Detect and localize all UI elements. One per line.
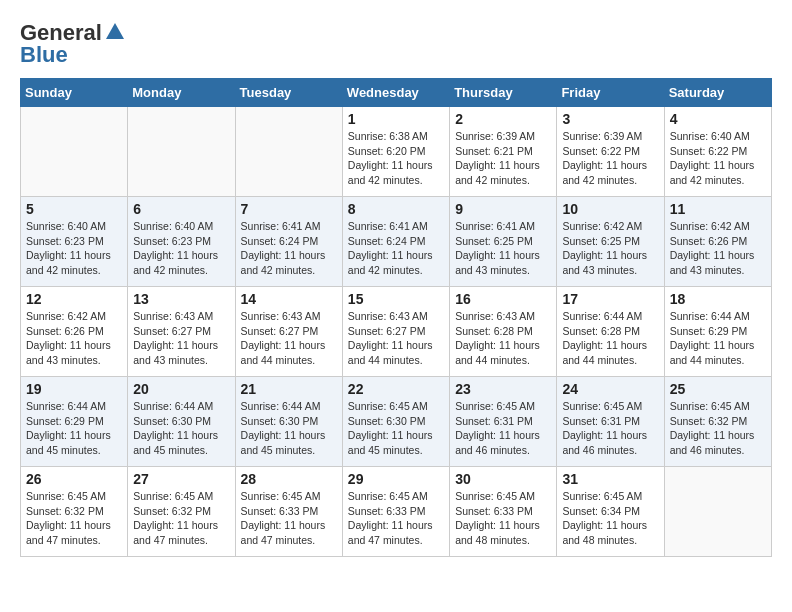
- day-info: Sunrise: 6:45 AMSunset: 6:32 PMDaylight:…: [670, 399, 766, 458]
- calendar-cell: 13Sunrise: 6:43 AMSunset: 6:27 PMDayligh…: [128, 287, 235, 377]
- calendar-cell: [21, 107, 128, 197]
- calendar-cell: 22Sunrise: 6:45 AMSunset: 6:30 PMDayligh…: [342, 377, 449, 467]
- day-info: Sunrise: 6:41 AMSunset: 6:25 PMDaylight:…: [455, 219, 551, 278]
- day-info: Sunrise: 6:43 AMSunset: 6:27 PMDaylight:…: [133, 309, 229, 368]
- calendar-cell: 4Sunrise: 6:40 AMSunset: 6:22 PMDaylight…: [664, 107, 771, 197]
- day-number: 26: [26, 471, 122, 487]
- day-info: Sunrise: 6:43 AMSunset: 6:27 PMDaylight:…: [348, 309, 444, 368]
- calendar-cell: 6Sunrise: 6:40 AMSunset: 6:23 PMDaylight…: [128, 197, 235, 287]
- calendar-cell: 3Sunrise: 6:39 AMSunset: 6:22 PMDaylight…: [557, 107, 664, 197]
- calendar-cell: 23Sunrise: 6:45 AMSunset: 6:31 PMDayligh…: [450, 377, 557, 467]
- calendar-cell: 24Sunrise: 6:45 AMSunset: 6:31 PMDayligh…: [557, 377, 664, 467]
- calendar-cell: 25Sunrise: 6:45 AMSunset: 6:32 PMDayligh…: [664, 377, 771, 467]
- calendar-cell: 1Sunrise: 6:38 AMSunset: 6:20 PMDaylight…: [342, 107, 449, 197]
- calendar-cell: 19Sunrise: 6:44 AMSunset: 6:29 PMDayligh…: [21, 377, 128, 467]
- calendar-cell: [664, 467, 771, 557]
- day-info: Sunrise: 6:45 AMSunset: 6:33 PMDaylight:…: [348, 489, 444, 548]
- calendar-cell: 11Sunrise: 6:42 AMSunset: 6:26 PMDayligh…: [664, 197, 771, 287]
- day-number: 17: [562, 291, 658, 307]
- calendar-cell: 21Sunrise: 6:44 AMSunset: 6:30 PMDayligh…: [235, 377, 342, 467]
- day-info: Sunrise: 6:44 AMSunset: 6:29 PMDaylight:…: [26, 399, 122, 458]
- calendar-cell: [235, 107, 342, 197]
- day-info: Sunrise: 6:45 AMSunset: 6:32 PMDaylight:…: [26, 489, 122, 548]
- day-info: Sunrise: 6:42 AMSunset: 6:26 PMDaylight:…: [670, 219, 766, 278]
- weekday-header-friday: Friday: [557, 79, 664, 107]
- day-info: Sunrise: 6:39 AMSunset: 6:21 PMDaylight:…: [455, 129, 551, 188]
- calendar-week-5: 26Sunrise: 6:45 AMSunset: 6:32 PMDayligh…: [21, 467, 772, 557]
- day-number: 23: [455, 381, 551, 397]
- day-info: Sunrise: 6:38 AMSunset: 6:20 PMDaylight:…: [348, 129, 444, 188]
- calendar-cell: 5Sunrise: 6:40 AMSunset: 6:23 PMDaylight…: [21, 197, 128, 287]
- day-number: 30: [455, 471, 551, 487]
- calendar-cell: 28Sunrise: 6:45 AMSunset: 6:33 PMDayligh…: [235, 467, 342, 557]
- calendar-cell: 30Sunrise: 6:45 AMSunset: 6:33 PMDayligh…: [450, 467, 557, 557]
- calendar-cell: 18Sunrise: 6:44 AMSunset: 6:29 PMDayligh…: [664, 287, 771, 377]
- day-number: 11: [670, 201, 766, 217]
- day-info: Sunrise: 6:42 AMSunset: 6:25 PMDaylight:…: [562, 219, 658, 278]
- day-number: 3: [562, 111, 658, 127]
- day-info: Sunrise: 6:45 AMSunset: 6:30 PMDaylight:…: [348, 399, 444, 458]
- day-number: 29: [348, 471, 444, 487]
- calendar-cell: [128, 107, 235, 197]
- calendar-cell: 9Sunrise: 6:41 AMSunset: 6:25 PMDaylight…: [450, 197, 557, 287]
- day-info: Sunrise: 6:39 AMSunset: 6:22 PMDaylight:…: [562, 129, 658, 188]
- day-number: 6: [133, 201, 229, 217]
- calendar-cell: 10Sunrise: 6:42 AMSunset: 6:25 PMDayligh…: [557, 197, 664, 287]
- calendar-cell: 14Sunrise: 6:43 AMSunset: 6:27 PMDayligh…: [235, 287, 342, 377]
- day-number: 27: [133, 471, 229, 487]
- day-info: Sunrise: 6:45 AMSunset: 6:31 PMDaylight:…: [455, 399, 551, 458]
- day-info: Sunrise: 6:45 AMSunset: 6:33 PMDaylight:…: [241, 489, 337, 548]
- weekday-header-row: SundayMondayTuesdayWednesdayThursdayFrid…: [21, 79, 772, 107]
- day-info: Sunrise: 6:41 AMSunset: 6:24 PMDaylight:…: [241, 219, 337, 278]
- day-number: 21: [241, 381, 337, 397]
- calendar-cell: 7Sunrise: 6:41 AMSunset: 6:24 PMDaylight…: [235, 197, 342, 287]
- day-info: Sunrise: 6:45 AMSunset: 6:33 PMDaylight:…: [455, 489, 551, 548]
- calendar-cell: 16Sunrise: 6:43 AMSunset: 6:28 PMDayligh…: [450, 287, 557, 377]
- svg-marker-0: [106, 23, 124, 39]
- day-info: Sunrise: 6:42 AMSunset: 6:26 PMDaylight:…: [26, 309, 122, 368]
- weekday-header-saturday: Saturday: [664, 79, 771, 107]
- day-info: Sunrise: 6:45 AMSunset: 6:31 PMDaylight:…: [562, 399, 658, 458]
- day-number: 12: [26, 291, 122, 307]
- day-info: Sunrise: 6:40 AMSunset: 6:23 PMDaylight:…: [133, 219, 229, 278]
- calendar-cell: 20Sunrise: 6:44 AMSunset: 6:30 PMDayligh…: [128, 377, 235, 467]
- day-number: 4: [670, 111, 766, 127]
- day-info: Sunrise: 6:43 AMSunset: 6:27 PMDaylight:…: [241, 309, 337, 368]
- calendar-cell: 26Sunrise: 6:45 AMSunset: 6:32 PMDayligh…: [21, 467, 128, 557]
- day-number: 31: [562, 471, 658, 487]
- calendar-week-3: 12Sunrise: 6:42 AMSunset: 6:26 PMDayligh…: [21, 287, 772, 377]
- logo-blue-text: Blue: [20, 42, 68, 68]
- day-number: 10: [562, 201, 658, 217]
- day-number: 16: [455, 291, 551, 307]
- calendar-cell: 27Sunrise: 6:45 AMSunset: 6:32 PMDayligh…: [128, 467, 235, 557]
- calendar-cell: 31Sunrise: 6:45 AMSunset: 6:34 PMDayligh…: [557, 467, 664, 557]
- day-info: Sunrise: 6:44 AMSunset: 6:28 PMDaylight:…: [562, 309, 658, 368]
- weekday-header-wednesday: Wednesday: [342, 79, 449, 107]
- calendar-week-1: 1Sunrise: 6:38 AMSunset: 6:20 PMDaylight…: [21, 107, 772, 197]
- calendar-cell: 17Sunrise: 6:44 AMSunset: 6:28 PMDayligh…: [557, 287, 664, 377]
- calendar-table: SundayMondayTuesdayWednesdayThursdayFrid…: [20, 78, 772, 557]
- day-info: Sunrise: 6:44 AMSunset: 6:29 PMDaylight:…: [670, 309, 766, 368]
- day-number: 13: [133, 291, 229, 307]
- calendar-cell: 8Sunrise: 6:41 AMSunset: 6:24 PMDaylight…: [342, 197, 449, 287]
- day-info: Sunrise: 6:40 AMSunset: 6:23 PMDaylight:…: [26, 219, 122, 278]
- weekday-header-monday: Monday: [128, 79, 235, 107]
- day-info: Sunrise: 6:44 AMSunset: 6:30 PMDaylight:…: [133, 399, 229, 458]
- day-number: 19: [26, 381, 122, 397]
- day-number: 1: [348, 111, 444, 127]
- page-header: General Blue: [20, 20, 772, 68]
- day-number: 15: [348, 291, 444, 307]
- day-info: Sunrise: 6:40 AMSunset: 6:22 PMDaylight:…: [670, 129, 766, 188]
- calendar-cell: 15Sunrise: 6:43 AMSunset: 6:27 PMDayligh…: [342, 287, 449, 377]
- day-number: 20: [133, 381, 229, 397]
- day-info: Sunrise: 6:43 AMSunset: 6:28 PMDaylight:…: [455, 309, 551, 368]
- day-info: Sunrise: 6:45 AMSunset: 6:34 PMDaylight:…: [562, 489, 658, 548]
- logo-icon: [104, 21, 126, 43]
- day-number: 28: [241, 471, 337, 487]
- day-number: 7: [241, 201, 337, 217]
- calendar-cell: 29Sunrise: 6:45 AMSunset: 6:33 PMDayligh…: [342, 467, 449, 557]
- day-number: 25: [670, 381, 766, 397]
- day-number: 24: [562, 381, 658, 397]
- day-number: 18: [670, 291, 766, 307]
- day-number: 9: [455, 201, 551, 217]
